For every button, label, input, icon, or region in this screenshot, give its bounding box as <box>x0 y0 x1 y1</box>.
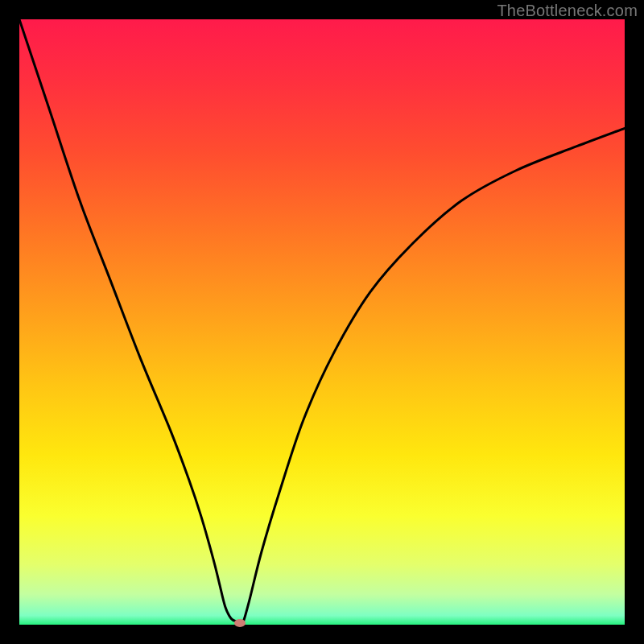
plot-area <box>19 19 625 625</box>
bottleneck-curve <box>19 19 625 625</box>
chart-frame: TheBottleneck.com <box>0 0 644 644</box>
optimum-marker <box>234 619 246 627</box>
svg-rect-0 <box>19 19 625 625</box>
watermark-text: TheBottleneck.com <box>497 2 638 20</box>
gradient-background <box>19 19 625 625</box>
